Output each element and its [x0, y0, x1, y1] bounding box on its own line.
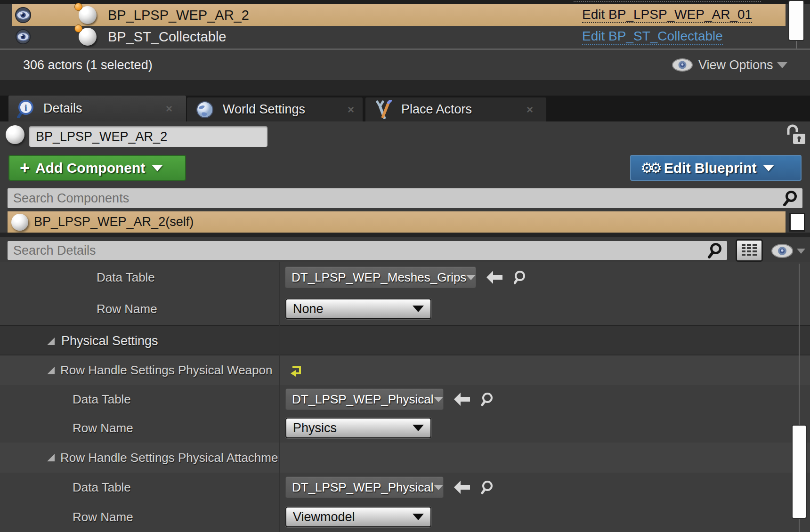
chevron-down-icon	[434, 485, 443, 490]
view-options-eye-icon	[671, 57, 694, 73]
property-label: Data Table	[97, 262, 155, 293]
section-separator	[0, 233, 810, 237]
struct-header-row[interactable]: Row Handle Settings Physical Attachment	[0, 443, 810, 473]
edit-blueprint-link[interactable]: Edit BP_LPSP_WEP_AR_01	[582, 7, 752, 23]
modified-indicator-icon	[74, 24, 82, 32]
asset-dropdown-value: DT_LPSP_WEP_Physical	[292, 392, 434, 407]
property-label: Row Name	[73, 413, 133, 443]
unlocked-padlock-icon[interactable]	[786, 124, 807, 147]
chevron-down-icon	[413, 306, 424, 312]
chevron-down-icon	[413, 425, 424, 431]
tab-close-icon[interactable]: ×	[348, 103, 354, 116]
expander-arrow-icon[interactable]	[47, 454, 55, 461]
browse-to-asset-icon[interactable]	[481, 392, 495, 406]
panel-tab-bar: i Details × World Settings × Place Actor…	[0, 96, 810, 121]
tab-world-settings[interactable]: World Settings ×	[187, 97, 363, 121]
property-row: Data TableDT_LPSP_WEP_Meshes_Grips	[0, 262, 810, 293]
property-label: Row Name	[97, 293, 157, 325]
search-details-input[interactable]	[8, 243, 707, 258]
actor-blueprint-icon	[79, 28, 97, 46]
outliner-row-selected[interactable]: BP_LPSP_WEP_AR_2 Edit BP_LPSP_WEP_AR_01	[12, 4, 786, 26]
tab-label: Place Actors	[401, 102, 472, 117]
visibility-eye-icon[interactable]	[15, 7, 32, 24]
view-options-button[interactable]: View Options	[671, 50, 787, 80]
row-name-combobox[interactable]: Viewmodel	[285, 507, 431, 527]
search-details-bar	[8, 241, 727, 260]
actor-sphere-icon	[11, 214, 28, 231]
property-label: Row Name	[73, 502, 133, 532]
section-label: Row Handle Settings Physical Attachment	[60, 443, 279, 473]
table-grid-icon	[741, 243, 758, 258]
tab-label: World Settings	[223, 102, 305, 117]
search-components-bar	[8, 188, 802, 208]
component-checkbox[interactable]	[789, 213, 805, 232]
asset-dropdown-value: DT_LPSP_WEP_Physical	[292, 480, 434, 495]
tab-details[interactable]: i Details ×	[8, 96, 186, 121]
globe-icon	[195, 100, 214, 119]
edit-blueprint-link[interactable]: Edit BP_ST_Collectable	[582, 29, 723, 45]
tab-label: Details	[43, 101, 82, 116]
property-row: Row NamePhysics	[0, 413, 810, 443]
column-splitter[interactable]	[279, 262, 280, 532]
view-options-label: View Options	[698, 58, 773, 73]
outliner-footer: 306 actors (1 selected) View Options	[0, 50, 810, 80]
use-selected-asset-icon[interactable]	[486, 271, 502, 284]
asset-dropdown[interactable]: DT_LPSP_WEP_Meshes_Grips	[285, 266, 476, 288]
property-matrix-button[interactable]	[736, 239, 763, 262]
combobox-value: Physics	[293, 421, 337, 435]
place-actors-tools-icon	[374, 100, 393, 120]
outliner-row[interactable]: BP_ST_Collectable Edit BP_ST_Collectable	[12, 26, 786, 48]
chevron-down-icon	[466, 275, 476, 280]
struct-header-row[interactable]: Row Handle Settings Physical Weapon	[0, 355, 810, 385]
outliner-scrollbar-thumb[interactable]	[788, 0, 804, 41]
expander-arrow-icon[interactable]	[47, 338, 55, 345]
visibility-eye-icon[interactable]	[15, 28, 32, 45]
add-component-button[interactable]: + Add Component	[8, 155, 186, 181]
combobox-value: None	[293, 302, 324, 316]
tab-close-icon[interactable]: ×	[526, 103, 533, 116]
section-label: Row Handle Settings Physical Weapon	[60, 355, 279, 385]
details-info-icon: i	[17, 99, 35, 118]
section-separator	[0, 80, 810, 96]
row-name-combobox[interactable]: None	[285, 298, 431, 319]
details-scrollbar-thumb[interactable]	[792, 425, 807, 519]
actor-sphere-icon	[6, 125, 24, 144]
row-name-combobox[interactable]: Physics	[285, 418, 431, 438]
category-header-row[interactable]: Physical Settings	[0, 325, 810, 355]
unreal-editor-panel: BP_LPSP_WEP_AR_2 Edit BP_LPSP_WEP_AR_01 …	[0, 0, 810, 532]
actor-name-field[interactable]	[29, 126, 267, 147]
edit-blueprint-button[interactable]: ⚙⚙ Edit Blueprint	[630, 155, 802, 181]
property-row: Row NameViewmodel	[0, 502, 810, 532]
chevron-down-icon	[763, 165, 774, 171]
edit-blueprint-label: Edit Blueprint	[664, 160, 757, 176]
component-row-self-selected[interactable]: BP_LPSP_WEP_AR_2(self)	[8, 211, 786, 233]
actor-blueprint-icon	[79, 6, 97, 24]
display-filter-eye-icon[interactable]	[770, 243, 794, 259]
browse-to-asset-icon[interactable]	[481, 480, 495, 494]
self-component-label: BP_LPSP_WEP_AR_2(self)	[34, 215, 194, 229]
outliner-scrollbar-track[interactable]	[796, 41, 797, 48]
search-icon	[783, 190, 798, 206]
chevron-down-icon	[434, 397, 443, 402]
use-selected-asset-icon[interactable]	[454, 393, 470, 406]
tab-close-icon[interactable]: ×	[166, 102, 172, 115]
chevron-down-icon	[413, 514, 424, 520]
use-selected-asset-icon[interactable]	[454, 481, 470, 494]
tab-place-actors[interactable]: Place Actors ×	[365, 97, 546, 121]
asset-dropdown[interactable]: DT_LPSP_WEP_Physical	[285, 388, 444, 410]
chevron-down-icon[interactable]	[797, 249, 805, 254]
search-icon	[707, 242, 722, 258]
actor-name[interactable]: BP_ST_Collectable	[108, 29, 226, 45]
asset-dropdown[interactable]: DT_LPSP_WEP_Physical	[285, 476, 444, 498]
expander-arrow-icon[interactable]	[47, 367, 55, 374]
property-row: Data TableDT_LPSP_WEP_Physical	[0, 473, 810, 502]
modified-indicator-icon	[74, 3, 82, 11]
search-components-input[interactable]	[8, 191, 783, 206]
property-row: Data TableDT_LPSP_WEP_Physical	[0, 385, 810, 413]
actor-count-status: 306 actors (1 selected)	[23, 58, 153, 73]
property-label: Data Table	[73, 385, 131, 413]
actor-name[interactable]: BP_LPSP_WEP_AR_2	[108, 8, 249, 23]
browse-to-asset-icon[interactable]	[514, 270, 528, 284]
chevron-down-icon	[152, 165, 163, 171]
reset-to-default-icon[interactable]	[288, 363, 302, 378]
